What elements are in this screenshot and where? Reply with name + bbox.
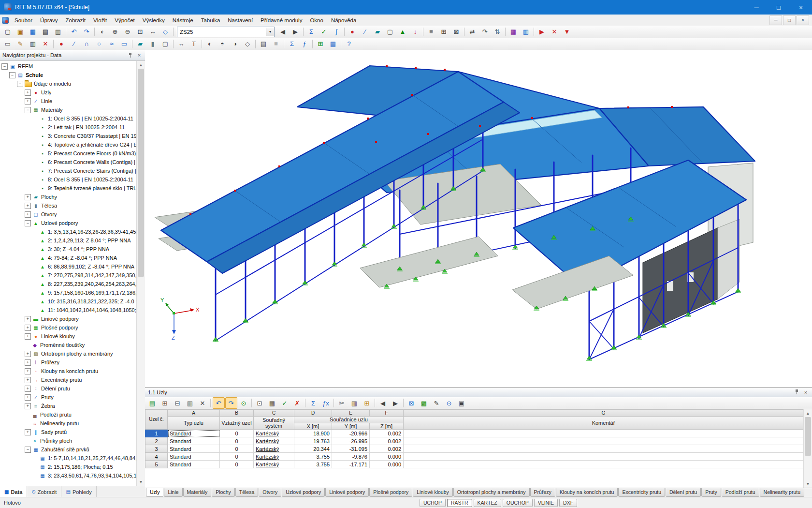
cell-ref[interactable]: 0 xyxy=(220,430,254,437)
tree-item[interactable]: ▦1: 5-7,10,14,18,21,25,27,44,46,48,84,95 xyxy=(0,454,137,463)
cell-x[interactable]: 19.763 xyxy=(294,437,332,445)
table-tab-plošné-podpory[interactable]: Plošné podpory xyxy=(369,488,412,497)
column-letter-c[interactable]: C xyxy=(254,410,294,417)
column-header-comment[interactable]: Komentář xyxy=(404,417,804,430)
zoom-window-icon[interactable]: ⊡ xyxy=(134,26,146,38)
insert-support-icon[interactable]: ▲ xyxy=(397,26,409,38)
menu-výsledky[interactable]: Výsledky xyxy=(139,16,169,25)
clear-table-icon[interactable]: ✕ xyxy=(197,397,209,409)
render-mode-icon[interactable]: ◐ xyxy=(97,26,109,38)
tree-item[interactable]: ▲8: 227,235,239,240,246,254,263,264,266 xyxy=(0,280,137,288)
navigator-tab-zobrazit[interactable]: ⊙Zobrazit xyxy=(27,486,61,497)
tree-item[interactable]: +∕Pruty xyxy=(0,393,137,402)
cell-num[interactable]: 3 xyxy=(145,445,168,453)
menu-výpočet[interactable]: Výpočet xyxy=(111,16,139,25)
cell-ref[interactable]: 0 xyxy=(220,437,254,445)
new-arc-icon[interactable]: ∩ xyxy=(81,38,93,50)
collapse-icon[interactable]: − xyxy=(25,447,31,453)
load-case-combo[interactable]: ZS25 ▾ xyxy=(177,27,275,37)
cell-ref[interactable]: 0 xyxy=(220,453,254,461)
cell-comment[interactable] xyxy=(404,445,804,453)
object-snap-icon[interactable]: ⊠ xyxy=(450,26,463,38)
navigator-tab-data[interactable]: ▦Data xyxy=(0,486,27,497)
duplicate-icon[interactable]: ▥ xyxy=(27,38,39,50)
tree-item[interactable]: ▲1: 3,5,13,14,16-23,26-28,36,39-41,45,48 xyxy=(0,227,137,236)
table-tab-dělení-prutu[interactable]: Dělení prutu xyxy=(666,488,701,497)
cell-type[interactable]: Standard xyxy=(168,445,220,453)
pan-view-icon[interactable]: ↔ xyxy=(147,26,159,38)
cell-y[interactable]: -26.995 xyxy=(332,437,370,445)
table-tab-pruty[interactable]: Pruty xyxy=(701,488,721,497)
cell-z[interactable]: 0.002 xyxy=(370,445,404,453)
tree-item[interactable]: ▪4: Topolové a jehličnaté dřevo C24 | E xyxy=(0,140,137,149)
function-icon[interactable]: ƒ xyxy=(299,38,311,50)
expand-icon[interactable]: + xyxy=(25,325,31,331)
tree-item[interactable]: +∥Sady prutů xyxy=(0,428,137,436)
cell-x[interactable]: 20.344 xyxy=(294,445,332,453)
menu-nápověda[interactable]: Nápověda xyxy=(327,16,360,25)
column-header-x[interactable]: X [m] xyxy=(294,423,332,430)
column-header-node-no[interactable]: Uzel č. xyxy=(145,410,168,430)
table-redo-icon[interactable]: ↷ xyxy=(225,397,237,409)
scrollbar-thumb[interactable] xyxy=(138,69,144,277)
expand-icon[interactable]: + xyxy=(25,386,31,392)
cell-system[interactable]: Kartézský xyxy=(254,430,294,437)
table-tab-uzly[interactable]: Uzly xyxy=(146,488,163,497)
new-node-icon[interactable]: ● xyxy=(56,38,68,50)
cell-comment[interactable] xyxy=(404,430,804,437)
tree-item[interactable]: ▲7: 270,275,298,314,342,347,349,350,354 xyxy=(0,271,137,280)
control-panel-icon[interactable]: ▥ xyxy=(520,26,532,38)
discard-icon[interactable]: ✗ xyxy=(291,397,304,409)
insert-load-icon[interactable]: ↓ xyxy=(409,26,421,38)
add-on-modules-icon[interactable]: ▦ xyxy=(508,26,520,38)
tree-item[interactable]: ▲2: 1,2,4,29,113; Z 8.04 °; PPP NNA xyxy=(0,236,137,245)
menu-vložit[interactable]: Vložit xyxy=(89,16,111,25)
snap-toggle-rastr[interactable]: RASTR xyxy=(447,499,472,507)
menu-nastavení[interactable]: Nastavení xyxy=(224,16,257,25)
tree-item[interactable]: +≡Žebra xyxy=(0,402,137,410)
menu-nástroje[interactable]: Nástroje xyxy=(169,16,197,25)
column-header-coordinates-group[interactable]: Souřadnice uzlu xyxy=(294,417,404,423)
tree-item[interactable]: ▲10: 315,316,318,321,322,325; Z -4.0 °; … xyxy=(0,297,137,306)
table-scrollbar[interactable]: ▲ ▼ xyxy=(803,409,812,488)
mdi-restore-button[interactable]: □ xyxy=(783,15,796,25)
menu-okno[interactable]: Okno xyxy=(306,16,327,25)
scroll-up-icon[interactable]: ▲ xyxy=(137,61,145,69)
collapse-icon[interactable]: − xyxy=(25,107,31,113)
cell-num[interactable]: 4 xyxy=(145,453,168,461)
tree-item[interactable]: ▪2: Lett-tak | EN 10025-2:2004-11 xyxy=(0,123,137,132)
model-viewport[interactable]: X Y Z xyxy=(145,50,812,387)
table-close-icon[interactable]: × xyxy=(802,389,809,396)
table-scroll-down-icon[interactable]: ▼ xyxy=(804,480,812,488)
copy-row-icon[interactable]: ▥ xyxy=(184,397,196,409)
expand-icon[interactable]: + xyxy=(25,359,31,366)
expand-icon[interactable]: + xyxy=(25,90,31,96)
column-letter-a[interactable]: A xyxy=(168,410,220,417)
tree-item[interactable]: +●Uzly xyxy=(0,88,137,97)
tree-item[interactable]: ▲6: 86,88,99,102; Z -8.04 °; PPP NNA xyxy=(0,262,137,271)
scroll-down-icon[interactable]: ▼ xyxy=(137,478,145,486)
table-tab-otvory[interactable]: Otvory xyxy=(259,488,281,497)
flags-icon[interactable]: ▼ xyxy=(561,26,573,38)
column-header-type[interactable]: Typ uzlu xyxy=(168,417,220,430)
table-tab-liniové-podpory[interactable]: Liniové podpory xyxy=(325,488,369,497)
sync-selection-icon[interactable]: ⊙ xyxy=(443,397,455,409)
cell-comment[interactable] xyxy=(404,461,804,468)
cell-system[interactable]: Kartézský xyxy=(254,461,294,468)
rotate-icon[interactable]: ↷ xyxy=(479,26,491,38)
cell-z[interactable]: 0.002 xyxy=(370,437,404,445)
front-view-icon[interactable]: ◐ xyxy=(204,38,216,50)
column-letter-f[interactable]: F xyxy=(370,410,404,417)
expand-icon[interactable]: + xyxy=(25,333,31,340)
table-settings-icon[interactable]: ▤ xyxy=(146,397,159,409)
collapse-icon[interactable]: − xyxy=(9,72,15,78)
collapse-icon[interactable]: − xyxy=(17,81,23,87)
tree-item[interactable]: −▦Zahuštění sítě prvků xyxy=(0,445,137,454)
table-undo-icon[interactable]: ↶ xyxy=(213,397,225,409)
column-header-z[interactable]: Z [m] xyxy=(370,423,404,430)
menu-soubor[interactable]: Soubor xyxy=(11,16,36,25)
expand-icon[interactable]: + xyxy=(25,316,31,322)
expand-icon[interactable]: + xyxy=(25,194,31,200)
tree-item[interactable]: +▰Plochy xyxy=(0,193,137,201)
column-letter-g[interactable]: G xyxy=(404,410,804,417)
